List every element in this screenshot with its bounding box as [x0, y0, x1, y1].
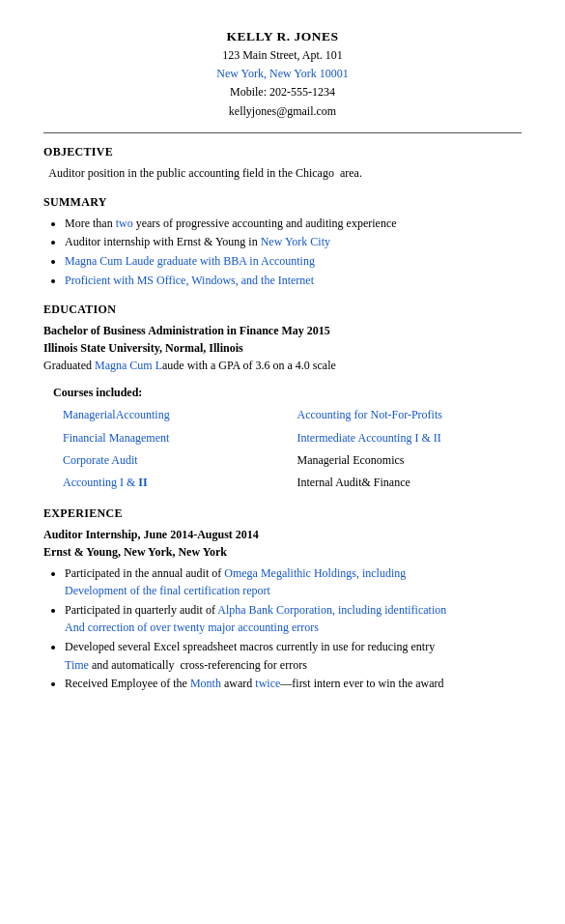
courses-table: ManagerialAccounting Accounting for Not-…: [43, 405, 522, 493]
email-line: kellyjones@gmail.com: [43, 102, 522, 121]
course-7: Accounting I & II: [63, 473, 288, 492]
job-title: Auditor Internship, June 2014-August 201…: [43, 526, 522, 543]
summary-bullet-4: Proficient with MS Office, Windows, and …: [65, 272, 522, 290]
summary-section: Summary More than two years of progressi…: [43, 195, 522, 289]
summary-bullet-2: Auditor internship with Ernst & Young in…: [65, 233, 522, 251]
education-gpa: Graduated Magna Cum Laude with a GPA of …: [43, 357, 522, 374]
exp-bullet-4: Received Employee of the Month award twi…: [65, 675, 522, 693]
summary-title: Summary: [43, 195, 522, 210]
summary-bullet-1: More than two years of progressive accou…: [65, 215, 522, 233]
mobile-line: Mobile: 202-555-1234: [43, 83, 522, 101]
course-6: Managerial Economics: [297, 450, 523, 470]
objective-text: Auditor position in the public accountin…: [43, 164, 522, 182]
exp-bullet-1: Participated in the annual audit of Omeg…: [65, 564, 522, 600]
address-line2: New York, New York 10001: [43, 65, 522, 83]
summary-bullet-3: Magna Cum Laude graduate with BBA in Acc…: [65, 252, 522, 271]
experience-section: Experience Auditor Internship, June 2014…: [43, 506, 522, 693]
objective-section: Objective Auditor position in the public…: [43, 145, 522, 182]
header-section: Kelly R. Jones 123 Main Street, Apt. 101…: [43, 29, 522, 121]
header-divider: [43, 132, 522, 133]
course-2: Accounting for Not-For-Profits: [297, 405, 523, 424]
experience-title: Experience: [43, 506, 522, 521]
courses-label: Courses included:: [43, 384, 522, 401]
experience-list: Participated in the annual audit of Omeg…: [43, 564, 522, 693]
degree-text: Bachelor of Business Administration in F…: [43, 324, 330, 337]
course-5: Corporate Audit: [63, 450, 288, 470]
education-section: Education Bachelor of Business Administr…: [43, 303, 522, 493]
objective-title: Objective: [43, 145, 522, 159]
address-line1: 123 Main Street, Apt. 101: [43, 46, 522, 65]
course-3: Financial Management: [63, 428, 288, 448]
company-name: Ernst & Young, New York, New York: [43, 543, 522, 561]
resume-page: Kelly R. Jones 123 Main Street, Apt. 101…: [0, 0, 565, 924]
courses-section: Courses included: ManagerialAccounting A…: [43, 384, 522, 493]
exp-bullet-2: Participated in quarterly audit of Alpha…: [65, 601, 522, 637]
exp-bullet-3: Developed several Excel spreadsheet macr…: [65, 638, 522, 674]
summary-list: More than two years of progressive accou…: [43, 215, 522, 289]
education-school: Illinois State University, Normal, Illin…: [43, 339, 522, 357]
course-4: Intermediate Accounting I & II: [297, 428, 523, 448]
education-title: Education: [43, 303, 522, 317]
education-degree: Bachelor of Business Administration in F…: [43, 322, 522, 339]
applicant-name: Kelly R. Jones: [43, 29, 522, 44]
course-1: ManagerialAccounting: [63, 405, 288, 424]
course-8: Internal Audit& Finance: [297, 473, 523, 492]
